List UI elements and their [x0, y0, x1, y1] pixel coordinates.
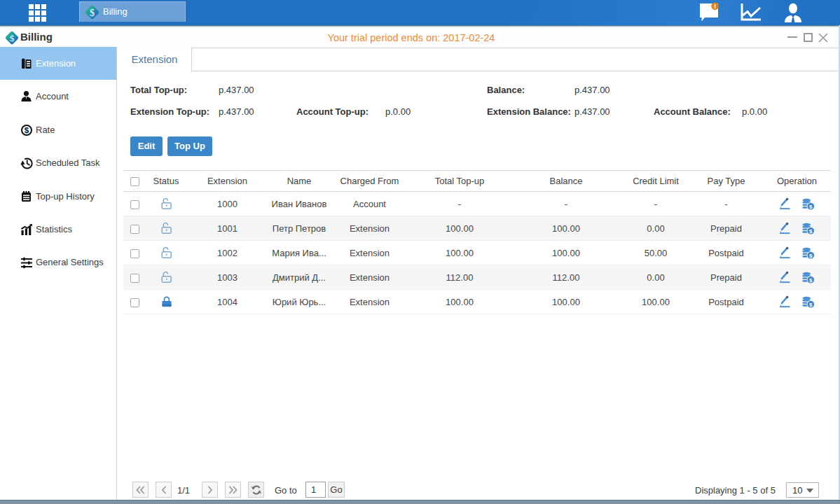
svg-text:!: !: [714, 2, 716, 10]
svg-text:$: $: [25, 126, 29, 134]
svg-text:$: $: [90, 8, 95, 18]
